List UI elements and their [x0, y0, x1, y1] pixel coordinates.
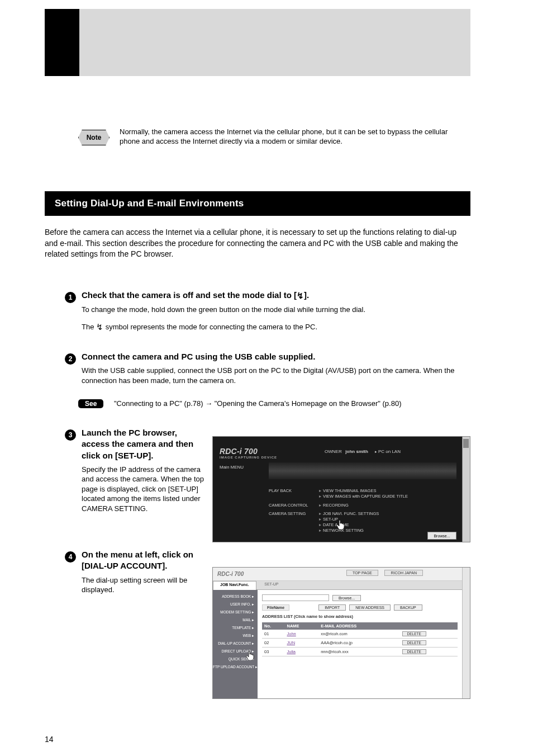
chapter-header-band	[45, 9, 470, 76]
note-text: Normally, the camera access the Internet…	[120, 127, 466, 147]
link-network-setting[interactable]: ▸NETWORK SETTING	[319, 528, 379, 533]
address-list-subtitle: ADDRESS LIST (Click name to show address…	[262, 614, 458, 619]
step-bullet-1: 1	[65, 292, 76, 303]
camera-homepage-screenshot: RDC-i 700 IMAGE CAPTURING DEVICE OWNER j…	[212, 436, 470, 542]
see-badge: See	[78, 399, 103, 408]
filename-input[interactable]	[262, 594, 329, 601]
step-2-title: Connect the camera and PC using the USB …	[82, 351, 470, 362]
section-title-bar: Setting Dial-Up and E-mail Environments	[45, 191, 470, 216]
see-reference-text: "Connecting to a PC" (p.78) → "Opening t…	[114, 399, 469, 408]
sidebar-user-info[interactable]: USER INFO. ▸	[213, 602, 254, 607]
import-button[interactable]: IMPORT	[318, 604, 346, 611]
ricoh-japan-button[interactable]: RICOH JAPAN	[384, 570, 423, 576]
setup-header: RDC-i 700 TOP PAGE RICOH JAPAN	[213, 568, 462, 581]
pc-mode-icon: ↯	[297, 290, 304, 301]
main-menu-label: Main MENU	[220, 465, 244, 470]
pc-on-lan-link[interactable]: PC on LAN	[375, 449, 401, 454]
backup-button[interactable]: BACKUP	[394, 604, 422, 611]
hand-cursor-icon	[336, 519, 345, 530]
scrollbar[interactable]	[462, 568, 470, 699]
browse-button[interactable]: Browse...	[427, 532, 456, 540]
link-job-navi[interactable]: ▸JOB NAVI. FUNC. SETTINGS	[319, 511, 379, 517]
name-link[interactable]: Julia	[287, 649, 295, 654]
browse-button[interactable]: Browse...	[332, 595, 361, 601]
step-4-body: The dial-up setting screen will be displ…	[82, 575, 204, 595]
sidebar-mail[interactable]: MAIL ▸	[213, 618, 254, 622]
step-4-title: On the menu at left, click on [DIAL-UP A…	[82, 549, 204, 572]
tab-setup[interactable]: SET-UP	[258, 581, 285, 590]
device-logo-small: RDC-i 700	[217, 571, 244, 577]
setup-sidebar: ADDRESS BOOK ▸ USER INFO. ▸ MODEM SETTIN…	[213, 590, 258, 698]
sidebar-web[interactable]: WEB ▸	[213, 634, 254, 638]
menu-category-setting: CAMERA SETTING	[269, 511, 319, 533]
new-address-button[interactable]: NEW ADDRESS	[349, 604, 391, 611]
table-row: 03 Julia nnn@ricoh.xxx DELETE	[262, 648, 458, 656]
sidebar-ftp[interactable]: FTP UPLOAD ACCOUNT ▸	[213, 665, 254, 669]
banner-image	[269, 462, 456, 479]
col-email: E-MAIL ADDRESS	[318, 622, 399, 630]
step-1-title: Check that the camera is off and set the…	[82, 290, 470, 301]
col-name: NAME	[284, 622, 318, 630]
owner-label: OWNER john smith	[325, 449, 368, 454]
address-table: No. NAME E-MAIL ADDRESS 01 John xx@ricoh…	[262, 622, 458, 656]
sidebar-address-book[interactable]: ADDRESS BOOK ▸	[213, 594, 254, 599]
delete-button[interactable]: DELETE	[402, 631, 426, 636]
section-intro-text: Before the camera can access the Interne…	[45, 227, 470, 260]
link-thumbnails[interactable]: ▸VIEW THUMBNAIL IMAGES	[319, 488, 408, 494]
menu-category-control: CAMERA CONTROL	[269, 503, 319, 508]
sidebar-template[interactable]: TEMPLATE ▸	[213, 626, 254, 630]
main-menu-rows: PLAY BACK ▸VIEW THUMBNAIL IMAGES ▸VIEW I…	[269, 488, 456, 536]
table-row: 01 John xx@ricoh.com DELETE	[262, 630, 458, 639]
table-row: 02 JUN AAA@ricoh.co.jp DELETE	[262, 639, 458, 648]
pc-mode-icon-inline: ↯	[96, 322, 103, 333]
step-3-title: Launch the PC browser, access the camera…	[82, 427, 204, 461]
link-recording[interactable]: ▸RECORDING	[319, 503, 349, 508]
scrollbar-thumb[interactable]	[463, 439, 469, 448]
menu-category-playback: PLAY BACK	[269, 488, 319, 499]
delete-button[interactable]: DELETE	[402, 640, 426, 645]
delete-button[interactable]: DELETE	[402, 649, 426, 654]
col-no: No.	[262, 622, 284, 630]
device-logo: RDC-i 700 IMAGE CAPTURING DEVICE	[220, 447, 277, 459]
scrollbar[interactable]	[462, 437, 470, 542]
col-actions	[400, 622, 458, 630]
step-1-body: To change the mode, hold down the green …	[82, 305, 470, 333]
step-2-body: With the USB cable supplied, connect the…	[82, 366, 470, 385]
sidebar-modem[interactable]: MODEM SETTING ▸	[213, 610, 254, 615]
page-number: 14	[45, 735, 54, 744]
chapter-tab-black	[45, 9, 79, 76]
setup-addressbook-screenshot: RDC-i 700 TOP PAGE RICOH JAPAN JOB Navi.…	[212, 567, 470, 699]
step-bullet-3: 3	[65, 429, 76, 441]
hand-cursor-icon	[245, 650, 254, 661]
name-link[interactable]: John	[287, 631, 296, 636]
step-3-body: Specify the IP address of the camera and…	[82, 465, 204, 514]
filename-label: FileName	[262, 604, 289, 611]
step-2-block: Connect the camera and PC using the USB …	[82, 351, 470, 385]
step-1-block: Check that the camera is off and set the…	[82, 290, 470, 339]
name-link[interactable]: JUN	[287, 640, 295, 645]
link-setup[interactable]: ▸SET-UP	[319, 517, 379, 522]
step-bullet-4: 4	[65, 551, 76, 563]
setup-tabs: JOB Navi.Func. SET-UP	[213, 581, 462, 590]
sidebar-dialup[interactable]: DIAL-UP ACCOUNT ▸	[213, 641, 254, 646]
link-date-time[interactable]: ▸DATE & TIME	[319, 522, 379, 528]
setup-main-panel: Browse... FileName IMPORT NEW ADDRESS BA…	[258, 590, 462, 698]
step-3-block: Launch the PC browser, access the camera…	[82, 427, 204, 513]
link-view-images-guide[interactable]: ▸VIEW IMAGES with CAPTURE GUIDE TITLE	[319, 494, 408, 499]
step-bullet-2: 2	[65, 353, 76, 365]
top-page-button[interactable]: TOP PAGE	[346, 570, 378, 576]
step-4-block: On the menu at left, click on [DIAL-UP A…	[82, 549, 204, 595]
tab-job-navi[interactable]: JOB Navi.Func.	[213, 581, 256, 590]
note-hex-badge: Note	[78, 130, 110, 145]
